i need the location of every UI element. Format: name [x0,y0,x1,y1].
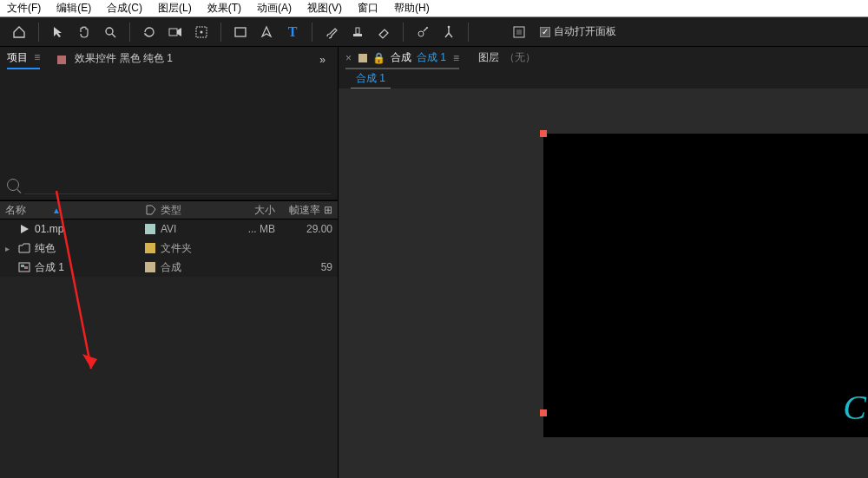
composition-viewer[interactable]: C [339,88,868,478]
home-icon[interactable] [9,22,30,43]
item-label-swatch [145,262,157,272]
svg-point-0 [106,28,113,35]
project-row[interactable]: 合成 1 合成 59 [0,258,338,277]
col-size[interactable]: 大小 [233,203,286,218]
svg-line-1 [112,34,115,37]
selection-handle-icon[interactable] [540,409,547,416]
svg-rect-5 [235,28,246,36]
folder-icon [17,242,31,254]
comp-swatch-icon [358,54,367,62]
item-type: AVI [161,223,230,235]
auto-open-panel-label: 自动打开面板 [554,24,616,39]
separator [220,23,221,42]
tab-project-label: 项目 [7,51,28,63]
tab-effect-controls-label: 效果控件 黑色 纯色 1 [75,51,173,69]
more-tabs-icon[interactable]: » [319,54,331,66]
camera-tool-icon[interactable] [165,22,186,43]
tab-effect-controls[interactable]: 效果控件 黑色 纯色 1 [57,51,173,69]
pan-behind-tool-icon[interactable] [191,22,212,43]
lock-icon[interactable]: 🔒 [372,52,385,64]
snapping-icon[interactable] [509,22,529,43]
svg-rect-15 [24,266,28,269]
menu-bar: 文件(F) 编辑(E) 合成(C) 图层(L) 效果(T) 动画(A) 视图(V… [0,0,868,17]
tab-project[interactable]: 项目 ≡ [7,50,40,69]
separator [129,23,130,42]
pen-tool-icon[interactable] [256,22,277,43]
svg-rect-7 [356,28,359,34]
sort-arrow-icon[interactable]: ▲ [52,206,61,215]
svg-point-8 [418,31,424,36]
zoom-tool-icon[interactable] [100,22,121,43]
col-fps[interactable]: 帧速率 [289,203,320,218]
menu-edit[interactable]: 编辑(E) [56,1,91,16]
project-row[interactable]: ▸ 纯色 文件夹 [0,239,338,258]
label-column-icon[interactable] [145,204,157,216]
viewer-canvas[interactable] [543,134,868,437]
separator [403,23,404,42]
composition-icon [17,261,31,273]
comp-label: 合成 [391,50,411,65]
svg-point-10 [448,25,450,28]
search-icon [7,179,19,191]
col-type[interactable]: 类型 [161,203,230,218]
project-search [0,175,338,200]
comp-text-content: C [843,387,866,428]
svg-point-4 [201,30,203,33]
checkbox-icon: ✓ [540,27,550,37]
project-panel: 项目 ≡ 效果控件 黑色 纯色 1 » 名称 ▲ 类型 大小 [0,47,339,478]
project-row[interactable]: 01.mp AVI ... MB 29.00 [0,219,338,239]
selection-handle-icon[interactable] [540,130,547,137]
menu-comp[interactable]: 合成(C) [107,1,142,16]
comp-name: 合成 1 [417,50,446,65]
menu-anim[interactable]: 动画(A) [257,1,292,16]
project-columns-header: 名称 ▲ 类型 大小 帧速率 ⊞ [0,200,338,219]
type-tool-icon[interactable]: T [282,22,303,43]
tab-composition[interactable]: × 🔒 合成 合成 1 ≡ [345,50,459,69]
item-name: 01.mp [35,223,141,235]
svg-rect-14 [21,265,24,267]
layer-label: 图层 [478,50,499,65]
roto-brush-tool-icon[interactable] [412,22,433,43]
col-name[interactable]: 名称 [5,203,26,218]
menu-file[interactable]: 文件(F) [7,1,41,16]
menu-layer[interactable]: 图层(L) [158,1,192,16]
expand-icon[interactable]: ▸ [5,244,14,253]
item-label-swatch [145,224,157,234]
separator [312,23,312,42]
hand-tool-icon[interactable] [74,22,95,43]
separator [468,23,469,42]
item-name: 纯色 [35,241,141,256]
project-panel-tabs: 项目 ≡ 效果控件 黑色 纯色 1 » [0,47,338,69]
menu-view[interactable]: 视图(V) [307,1,342,16]
rectangle-tool-icon[interactable] [230,22,251,43]
item-type: 合成 [161,260,230,275]
color-swatch-icon [57,56,66,64]
panel-menu-icon[interactable]: ≡ [34,51,40,63]
menu-effect[interactable]: 效果(T) [207,1,241,16]
puppet-tool-icon[interactable] [438,22,459,43]
main-area: 项目 ≡ 效果控件 黑色 纯色 1 » 名称 ▲ 类型 大小 [0,47,868,478]
orbit-tool-icon[interactable] [139,22,160,43]
item-name: 合成 1 [35,260,141,275]
svg-rect-2 [169,29,177,36]
svg-rect-12 [516,29,522,35]
eraser-tool-icon[interactable] [373,22,394,43]
tab-layer[interactable]: 图层 （无） [478,50,536,69]
close-tab-icon[interactable]: × [345,52,352,64]
menu-window[interactable]: 窗口 [358,1,378,16]
clone-stamp-tool-icon[interactable] [347,22,368,43]
project-empty-area[interactable] [0,277,338,478]
composition-panel: × 🔒 合成 合成 1 ≡ 图层 （无） 合成 1 C [339,47,868,478]
auto-open-panel-check[interactable]: ✓ 自动打开面板 [540,24,616,39]
item-type: 文件夹 [161,241,230,256]
item-label-swatch [145,243,157,253]
svg-point-9 [426,27,428,29]
brush-tool-icon[interactable] [321,22,342,43]
selection-tool-icon[interactable] [48,22,69,43]
panel-menu-icon[interactable]: ≡ [453,52,459,64]
flow-tab[interactable]: 合成 1 [351,69,391,88]
search-input[interactable] [24,175,331,194]
menu-help[interactable]: 帮助(H) [394,1,430,16]
toolbar: T ✓ 自动打开面板 [0,17,868,47]
tree-icon: ⊞ [324,204,332,216]
